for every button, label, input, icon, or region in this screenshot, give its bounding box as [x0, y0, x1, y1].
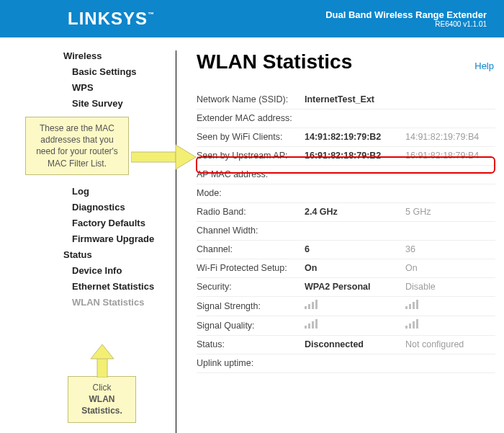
table-row: Status:DisconnectedNot configured: [197, 336, 495, 354]
sidebar-group-status: Status: [63, 249, 176, 260]
sidebar-item-device-info[interactable]: Device Info: [63, 265, 176, 276]
table-row: Network Name (SSID):InternetTest_Ext: [197, 91, 495, 110]
row-value-2: [405, 297, 495, 316]
row-value-2: [405, 166, 495, 184]
row-value-1: Disconnected: [305, 336, 405, 354]
row-label: AP MAC address:: [197, 166, 305, 184]
row-label: Radio Band:: [197, 203, 305, 222]
row-value-2: Not configured: [405, 336, 495, 354]
table-row: Mode:: [197, 184, 495, 203]
logo-text: LINKSYS: [68, 9, 148, 28]
sidebar-item-ethernet-statistics[interactable]: Ethernet Statistics: [63, 281, 176, 292]
table-row: Extender MAC address:: [197, 110, 495, 128]
sidebar-item-firmware-upgrade[interactable]: Firmware Upgrade: [63, 233, 176, 244]
callout-bottom-line2: WLAN Statistics.: [81, 394, 122, 416]
row-label: Channel Width:: [197, 222, 305, 241]
row-label: Seen by WiFi Clients:: [197, 128, 305, 147]
row-value-1: 14:91:82:19:79:B2: [305, 128, 405, 147]
row-value-1: 6: [305, 241, 405, 259]
svg-rect-2: [97, 357, 107, 378]
row-label: Network Name (SSID):: [197, 91, 305, 110]
table-row: AP MAC address:: [197, 166, 495, 184]
logo-tm: ™: [148, 11, 155, 18]
row-value-1: [305, 184, 405, 203]
callout-bottom-line1: Click: [93, 383, 112, 393]
header-bar: LINKSYS™ Dual Band Wireless Range Extend…: [0, 0, 504, 37]
row-value-2: [405, 222, 495, 241]
row-value-2: [405, 91, 495, 110]
row-value-2: 5 GHz: [405, 203, 495, 222]
arrow-up-icon: [88, 343, 117, 378]
row-value-1: [305, 316, 405, 336]
table-row: Radio Band:2.4 GHz5 GHz: [197, 203, 495, 222]
header-right: Dual Band Wireless Range Extender RE6400…: [325, 9, 487, 28]
row-value-1: [305, 297, 405, 316]
row-label: Status:: [197, 336, 305, 354]
sidebar-item-wlan-statistics[interactable]: WLAN Statistics: [63, 297, 176, 308]
svg-marker-3: [91, 344, 114, 359]
product-title: Dual Band Wireless Range Extender: [325, 9, 487, 20]
row-label: Seen by Upstream AP:: [197, 147, 305, 166]
row-value-2: [405, 316, 495, 336]
table-row: Signal Quality:: [197, 316, 495, 336]
row-value-2: 36: [405, 241, 495, 259]
row-value-2: Disable: [405, 278, 495, 297]
sidebar-item-diagnostics[interactable]: Diagnostics: [63, 202, 176, 213]
arrow-right-icon: [131, 140, 197, 174]
row-value-1: [305, 222, 405, 241]
table-row: Signal Strength:: [197, 297, 495, 316]
row-value-1: On: [305, 259, 405, 278]
row-value-1: 2.4 GHz: [305, 203, 405, 222]
row-value-1: [305, 166, 405, 184]
main: Help WLAN Statistics Network Name (SSID)…: [176, 50, 504, 433]
row-value-2: [405, 184, 495, 203]
table-row: Seen by WiFi Clients:14:91:82:19:79:B214…: [197, 128, 495, 147]
stats-table: Network Name (SSID):InternetTest_ExtExte…: [197, 91, 495, 373]
page-title: WLAN Statistics: [197, 50, 495, 73]
row-label: Signal Quality:: [197, 316, 305, 336]
row-value-2: [405, 110, 495, 128]
table-row: Wi-Fi Protected Setup:OnOn: [197, 259, 495, 278]
sidebar-item-basic-settings[interactable]: Basic Settings: [63, 66, 176, 77]
sidebar-item-site-survey[interactable]: Site Survey: [63, 98, 176, 109]
callout-top-text: These are the MAC addresses that you nee…: [36, 123, 118, 169]
row-value-1: [305, 110, 405, 128]
callout-click-wlan: Click WLAN Statistics.: [68, 376, 136, 423]
table-row: Channel Width:: [197, 222, 495, 241]
svg-rect-0: [131, 152, 176, 162]
row-value-1: WPA2 Personal: [305, 278, 405, 297]
row-value-1: InternetTest_Ext: [305, 91, 405, 110]
row-label: Wi-Fi Protected Setup:: [197, 259, 305, 278]
table-row: Uplink uptime:: [197, 354, 495, 373]
logo: LINKSYS™: [68, 9, 155, 29]
callout-mac-addresses: These are the MAC addresses that you nee…: [25, 117, 129, 175]
row-value-2: [405, 354, 495, 373]
row-label: Channel:: [197, 241, 305, 259]
sidebar-item-wps[interactable]: WPS: [63, 82, 176, 93]
row-value-1: [305, 354, 405, 373]
row-label: Extender MAC address:: [197, 110, 305, 128]
table-row: Seen by Upstream AP:16:91:82:18:79:B216:…: [197, 147, 495, 166]
table-row: Security:WPA2 PersonalDisable: [197, 278, 495, 297]
sidebar-group-wireless: Wireless: [63, 50, 176, 61]
help-link[interactable]: Help: [474, 61, 494, 71]
row-value-2: 16:91:82:18:79:B4: [405, 147, 495, 166]
row-label: Security:: [197, 278, 305, 297]
product-model: RE6400 v1.1.01: [325, 20, 487, 28]
sidebar-item-log[interactable]: Log: [63, 186, 176, 197]
table-row: Channel:636: [197, 241, 495, 259]
body: Wireless Basic Settings WPS Site Survey …: [0, 37, 504, 433]
row-label: Uplink uptime:: [197, 354, 305, 373]
row-label: Signal Strength:: [197, 297, 305, 316]
row-value-2: On: [405, 259, 495, 278]
row-value-1: 16:91:82:18:79:B2: [305, 147, 405, 166]
sidebar-item-factory-defaults[interactable]: Factory Defaults: [63, 218, 176, 228]
row-value-2: 14:91:82:19:79:B4: [405, 128, 495, 147]
row-label: Mode:: [197, 184, 305, 203]
svg-marker-1: [176, 145, 196, 169]
